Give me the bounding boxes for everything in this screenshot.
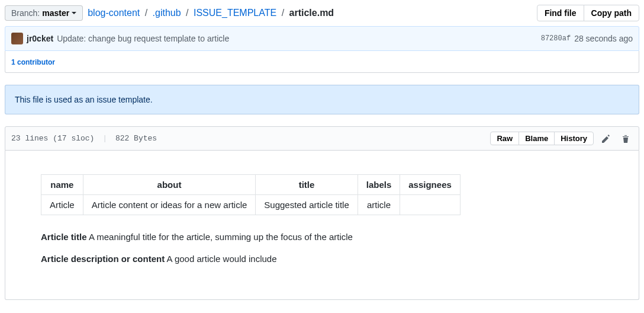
branch-name: master [42, 8, 69, 18]
commit-bar: jr0cket Update: change bug request templ… [5, 26, 639, 51]
file-bytes: 822 Bytes [115, 134, 157, 143]
commit-message[interactable]: Update: change bug request template to a… [57, 34, 229, 43]
branch-label: Branch: [11, 8, 40, 18]
branch-selector[interactable]: Branch: master [5, 5, 83, 21]
commit-author[interactable]: jr0cket [27, 34, 53, 43]
commit-time: 28 seconds ago [574, 34, 633, 43]
caret-down-icon [72, 12, 76, 14]
breadcrumb: blog-content / .github / ISSUE_TEMPLATE … [88, 8, 334, 18]
file-lines: 23 lines (17 sloc) [11, 134, 94, 143]
copy-path-button[interactable]: Copy path [584, 5, 639, 21]
article-desc-section: Article description or content A good ar… [41, 254, 603, 264]
trash-icon[interactable] [619, 132, 633, 145]
raw-button[interactable]: Raw [490, 132, 519, 145]
th-labels: labels [358, 175, 400, 195]
contributors-link[interactable]: 1 contributor [11, 58, 55, 66]
breadcrumb-part-1[interactable]: .github [153, 8, 181, 18]
template-notice: This file is used as an issue template. [5, 85, 639, 114]
edit-icon[interactable] [598, 132, 614, 145]
breadcrumb-part-0[interactable]: blog-content [88, 8, 140, 18]
table-row: Article Article content or ideas for a n… [41, 195, 461, 215]
article-title-section: Article title A meaningful title for the… [41, 232, 603, 242]
th-name: name [41, 175, 83, 195]
breadcrumb-current: article.md [289, 8, 334, 18]
history-button[interactable]: History [554, 132, 594, 145]
contributors: 1 contributor [5, 51, 639, 73]
breadcrumb-part-2[interactable]: ISSUE_TEMPLATE [194, 8, 276, 18]
file-content: name about title labels assignees Articl… [5, 151, 639, 300]
commit-sha[interactable]: 87280af [541, 34, 571, 43]
th-title: title [256, 175, 358, 195]
th-assignees: assignees [400, 175, 461, 195]
avatar[interactable] [11, 33, 23, 44]
find-file-button[interactable]: Find file [537, 5, 584, 21]
file-header: 23 lines (17 sloc) | 822 Bytes Raw Blame… [5, 126, 639, 151]
frontmatter-table: name about title labels assignees Articl… [41, 174, 461, 215]
th-about: about [83, 175, 256, 195]
blame-button[interactable]: Blame [519, 132, 555, 145]
